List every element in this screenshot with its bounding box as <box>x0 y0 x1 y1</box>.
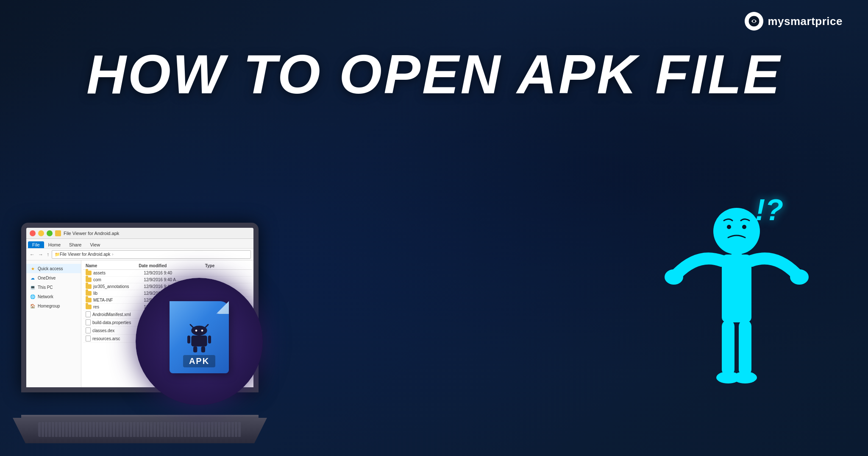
document-icon <box>86 319 91 325</box>
android-robot-icon <box>184 324 214 353</box>
file-name: lib <box>93 291 144 296</box>
svg-rect-8 <box>187 336 190 344</box>
ribbon-tab-file[interactable]: File <box>28 241 44 248</box>
svg-point-1 <box>753 20 755 22</box>
file-name: AndroidManifest.xml <box>92 312 143 317</box>
file-name: jsr305_annotations <box>93 284 144 289</box>
svg-point-6 <box>201 330 203 332</box>
ribbon-tab-share[interactable]: Share <box>65 241 86 248</box>
ribbon-tab-view[interactable]: View <box>86 241 104 248</box>
laptop-keyboard <box>38 422 242 437</box>
svg-line-2 <box>190 325 193 327</box>
svg-rect-11 <box>201 347 205 352</box>
address-bar[interactable]: 📁 File Viewer for Android.apk › <box>52 250 251 259</box>
star-icon: ★ <box>30 266 36 271</box>
logo-icon <box>745 12 763 31</box>
folder-icon <box>86 284 92 289</box>
computer-icon: 💻 <box>30 284 36 290</box>
sidebar: ★ Quick access ☁ OneDrive 💻 This PC 🌐 Ne… <box>26 260 81 387</box>
ribbon-tab-home[interactable]: Home <box>44 241 65 248</box>
sidebar-item-this-pc[interactable]: 💻 This PC <box>26 283 81 292</box>
sidebar-label-homegroup: Homegroup <box>38 304 60 308</box>
sidebar-item-homegroup[interactable]: 🏠 Homegroup <box>26 301 81 311</box>
address-chevron: › <box>112 252 113 257</box>
sidebar-item-quick-access[interactable]: ★ Quick access <box>26 264 81 273</box>
svg-rect-7 <box>191 336 207 347</box>
folder-icon <box>86 277 92 282</box>
svg-point-17 <box>665 269 683 285</box>
forward-button[interactable]: → <box>37 252 44 257</box>
network-icon: 🌐 <box>30 294 36 299</box>
svg-point-12 <box>713 208 760 255</box>
file-type-icon <box>55 230 61 236</box>
ribbon-tabs: File Home Share View <box>26 239 253 248</box>
svg-point-4 <box>191 326 207 336</box>
file-date: 12/9/2016 9:40 <box>144 271 207 275</box>
explorer-nav: ← → ↑ 📁 File Viewer for Android.apk › <box>26 249 253 260</box>
table-row[interactable]: assets 12/9/2016 9:40 <box>83 270 252 277</box>
folder-icon <box>86 298 92 302</box>
apk-icon-circle: APK <box>136 278 263 405</box>
apk-file-body: APK <box>170 301 229 373</box>
explorer-ribbon: File Home Share View <box>26 239 253 249</box>
laptop-base <box>13 418 267 443</box>
svg-rect-10 <box>193 347 197 352</box>
sidebar-label-network: Network <box>38 294 53 299</box>
col-header-type: Type <box>205 263 249 268</box>
window-title: File Viewer for Android.apk <box>64 231 250 236</box>
svg-point-13 <box>727 225 731 229</box>
svg-line-3 <box>205 325 208 327</box>
home-icon: 🏠 <box>30 303 36 309</box>
svg-rect-9 <box>208 336 211 344</box>
svg-rect-19 <box>722 320 734 375</box>
svg-point-5 <box>195 330 198 332</box>
apk-file-fold <box>216 301 229 314</box>
back-button[interactable]: ← <box>29 252 36 257</box>
file-name: META-INF <box>93 298 144 302</box>
folder-icon <box>86 305 92 309</box>
document-icon <box>86 311 91 317</box>
up-button[interactable]: ↑ <box>46 252 50 257</box>
stick-figure-area: !? <box>656 193 817 439</box>
logo-area: mysmartprice <box>745 12 843 31</box>
stick-figure-svg <box>656 193 817 439</box>
page-title: HOW TO OPEN APK FILE <box>43 42 824 106</box>
file-name: assets <box>93 271 144 275</box>
sidebar-item-onedrive[interactable]: ☁ OneDrive <box>26 273 81 283</box>
address-text: 📁 <box>55 252 60 257</box>
file-list-header: Name Date modified Type <box>83 262 252 270</box>
sidebar-label-onedrive: OneDrive <box>38 276 56 280</box>
sidebar-item-network[interactable]: 🌐 Network <box>26 292 81 301</box>
cloud-icon: ☁ <box>30 275 36 281</box>
document-icon <box>86 327 91 333</box>
svg-point-14 <box>742 225 746 229</box>
file-name: classes.dex <box>92 328 143 333</box>
svg-rect-20 <box>739 320 751 375</box>
file-name: build-data.properties <box>92 320 143 325</box>
explorer-titlebar: File Viewer for Android.apk <box>26 228 253 239</box>
document-icon <box>86 336 91 341</box>
table-row[interactable]: com 12/9/2016 9:40 A... <box>83 277 252 283</box>
svg-point-18 <box>790 269 809 285</box>
col-header-name: Name <box>86 263 139 268</box>
sidebar-label-this-pc: This PC <box>38 285 53 290</box>
col-header-date: Date modified <box>139 263 205 268</box>
file-name: res <box>93 305 144 309</box>
window-minimize-button[interactable] <box>38 230 44 236</box>
file-name: com <box>93 277 144 282</box>
svg-point-22 <box>733 372 757 383</box>
apk-file-icon: APK <box>165 301 233 382</box>
window-maximize-button[interactable] <box>47 230 53 236</box>
brand-name: mysmartprice <box>768 15 843 28</box>
window-close-button[interactable] <box>30 230 36 236</box>
address-path: File Viewer for Android.apk <box>60 252 110 257</box>
svg-rect-16 <box>732 252 742 261</box>
folder-icon <box>86 271 92 275</box>
apk-label: APK <box>183 355 215 367</box>
folder-icon <box>86 291 92 296</box>
sidebar-label-quick-access: Quick access <box>38 266 63 271</box>
